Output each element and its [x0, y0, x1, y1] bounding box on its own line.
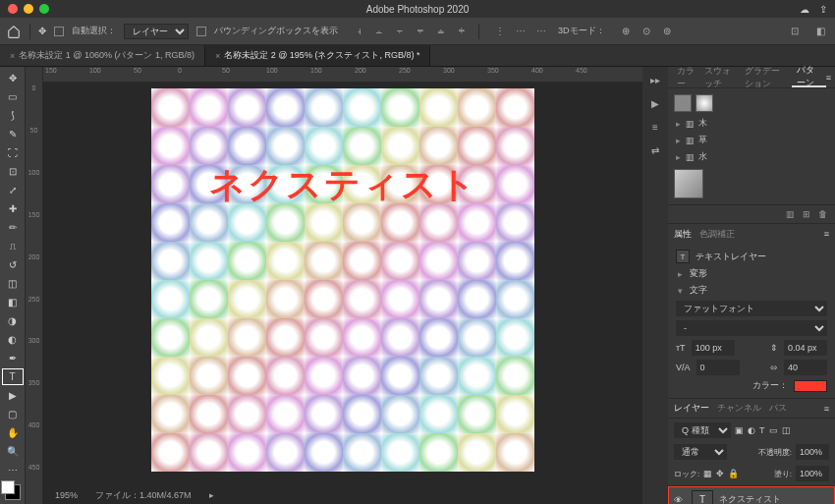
pattern-swatch[interactable]: [674, 94, 692, 112]
3d-pan-icon[interactable]: ⊙: [638, 23, 655, 40]
actions-panel-icon[interactable]: ≡: [646, 118, 664, 136]
blend-mode-dropdown[interactable]: 通常: [674, 444, 727, 460]
layer-thumbnail[interactable]: T: [692, 490, 713, 505]
font-style-dropdown[interactable]: -: [676, 320, 827, 336]
filter-shape-icon[interactable]: ▭: [769, 425, 778, 435]
move-tool[interactable]: ✥: [1, 69, 25, 87]
bbox-checkbox[interactable]: [196, 27, 206, 36]
distribute-h-icon[interactable]: ⋮: [491, 23, 509, 40]
document-tab-1[interactable]: ×名称未設定 1 @ 1060% (パターン 1, RGB/8): [0, 45, 205, 66]
lasso-tool[interactable]: ⟆: [1, 106, 25, 125]
font-family-dropdown[interactable]: ファットフォント: [676, 301, 827, 316]
history-panel-icon[interactable]: ▶: [646, 94, 664, 112]
search-icon[interactable]: ⊡: [786, 23, 804, 40]
shape-tool[interactable]: ▢: [1, 405, 25, 423]
distribute-v-icon[interactable]: ⋯: [512, 23, 529, 40]
brush-tool[interactable]: ✏: [1, 218, 25, 237]
layer-row[interactable]: 👁 T ネクスティスト: [668, 486, 835, 504]
new-item-icon[interactable]: ⊞: [803, 209, 810, 219]
edit-toolbar-icon[interactable]: ⋯: [1, 461, 25, 479]
path-select-tool[interactable]: ▶: [1, 386, 25, 405]
panel-menu-icon[interactable]: ≡: [824, 404, 829, 414]
3d-move-icon[interactable]: ⊚: [658, 23, 676, 40]
gradient-tool[interactable]: ◧: [1, 293, 25, 311]
character-section[interactable]: ▾文字: [676, 282, 827, 299]
pattern-swatch[interactable]: [696, 94, 713, 112]
align-right-icon[interactable]: ⫟: [391, 23, 409, 40]
kerning-input[interactable]: [696, 360, 740, 375]
transform-section[interactable]: ▸変形: [676, 265, 827, 282]
frame-tool[interactable]: ⊡: [1, 162, 25, 181]
auto-select-dropdown[interactable]: レイヤー: [124, 24, 189, 39]
blur-tool[interactable]: ◑: [1, 311, 25, 330]
type-tool[interactable]: T: [1, 367, 25, 386]
maximize-window-button[interactable]: [39, 4, 49, 14]
close-tab-icon[interactable]: ×: [10, 51, 15, 61]
zoom-level[interactable]: 195%: [55, 490, 78, 500]
tab-swatch[interactable]: スウォッチ: [699, 67, 740, 87]
cloud-icon[interactable]: ☁: [800, 4, 809, 15]
tab-color[interactable]: カラー: [672, 67, 699, 87]
pen-tool[interactable]: ✒: [1, 349, 25, 367]
tracking-input[interactable]: [784, 360, 827, 375]
home-icon[interactable]: [6, 24, 22, 39]
tab-channels[interactable]: チャンネル: [717, 402, 761, 415]
close-window-button[interactable]: [8, 4, 18, 14]
align-center-h-icon[interactable]: ⫠: [370, 23, 388, 40]
layer-name[interactable]: ネクスティスト: [719, 493, 781, 504]
eraser-tool[interactable]: ◫: [1, 274, 25, 293]
font-size-input[interactable]: [692, 340, 735, 356]
visibility-icon[interactable]: 👁: [674, 495, 686, 505]
expand-panel-icon[interactable]: ▸▸: [646, 71, 664, 88]
dodge-tool[interactable]: ◐: [1, 330, 25, 349]
pattern-folder-water[interactable]: ▸▥水: [674, 148, 829, 165]
pattern-folder-grass[interactable]: ▸▥草: [674, 132, 829, 148]
zoom-tool[interactable]: 🔍: [1, 442, 25, 461]
layer-filter-dropdown[interactable]: Q 種類: [674, 422, 731, 438]
lock-pixels-icon[interactable]: ▦: [703, 469, 712, 478]
leading-input[interactable]: [784, 340, 827, 356]
opacity-input[interactable]: [796, 444, 829, 460]
quick-select-tool[interactable]: ✎: [1, 125, 25, 143]
align-left-icon[interactable]: ⫞: [350, 23, 367, 40]
tab-gradient[interactable]: グラデーション: [740, 67, 792, 87]
brushes-panel-icon[interactable]: ⇄: [646, 141, 664, 159]
align-middle-icon[interactable]: ⫨: [432, 23, 450, 40]
panel-menu-icon[interactable]: ≡: [826, 73, 831, 83]
align-bottom-icon[interactable]: ⫩: [453, 23, 471, 40]
tab-paths[interactable]: パス: [769, 402, 787, 415]
canvas-text-layer[interactable]: ネクスティスト: [151, 161, 534, 209]
tab-adjustments[interactable]: 色調補正: [699, 228, 735, 241]
canvas-viewport[interactable]: ネクスティスト: [43, 83, 642, 486]
fill-input[interactable]: [796, 466, 829, 481]
close-tab-icon[interactable]: ×: [215, 51, 220, 61]
tab-properties[interactable]: 属性: [674, 228, 692, 241]
tab-pattern[interactable]: パターン: [792, 67, 826, 87]
workspace-icon[interactable]: ◧: [811, 23, 829, 40]
share-icon[interactable]: ⇪: [819, 4, 827, 15]
3d-orbit-icon[interactable]: ⊕: [617, 23, 635, 40]
artboard[interactable]: ネクスティスト: [151, 88, 534, 472]
auto-select-checkbox[interactable]: [54, 27, 64, 36]
trash-icon[interactable]: 🗑: [818, 209, 827, 219]
hand-tool[interactable]: ✋: [1, 423, 25, 442]
lock-position-icon[interactable]: ✥: [716, 469, 724, 478]
document-tab-2[interactable]: ×名称未設定 2 @ 195% (ネクスティスト, RGB/8) *: [205, 45, 430, 66]
filter-smart-icon[interactable]: ◫: [782, 425, 791, 435]
status-caret-icon[interactable]: ▸: [209, 490, 214, 500]
heal-tool[interactable]: ✚: [1, 199, 25, 218]
text-color-swatch[interactable]: [794, 380, 827, 392]
align-top-icon[interactable]: ⫧: [412, 23, 429, 40]
filter-type-icon[interactable]: T: [759, 425, 765, 435]
history-brush-tool[interactable]: ↺: [1, 255, 25, 274]
pattern-folder-wood[interactable]: ▸▥木: [674, 115, 829, 132]
minimize-window-button[interactable]: [24, 4, 33, 14]
filter-adjust-icon[interactable]: ◐: [748, 425, 755, 435]
marquee-tool[interactable]: ▭: [1, 87, 25, 106]
tab-layers[interactable]: レイヤー: [674, 402, 709, 415]
panel-menu-icon[interactable]: ≡: [824, 229, 829, 239]
color-swatch[interactable]: [1, 479, 25, 504]
crop-tool[interactable]: ⛶: [1, 143, 25, 162]
current-pattern-swatch[interactable]: [674, 169, 703, 198]
more-icon[interactable]: ⋯: [532, 23, 550, 40]
